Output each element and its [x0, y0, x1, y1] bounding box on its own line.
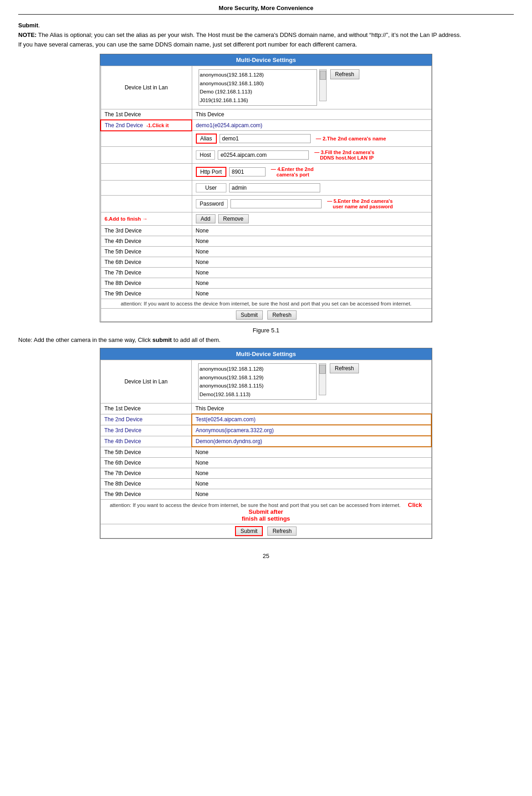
- attention-row-2: attention: If you want to access the dev…: [101, 500, 432, 524]
- fig2-device-row-1: The 1st Device This Device: [101, 403, 432, 414]
- password-row: Password — 5.Enter the 2nd camera's user…: [101, 196, 432, 212]
- fig2-device-row-5: The 5th Device None: [101, 447, 432, 458]
- fig2-device-2-value: Test(e0254.aipcam.com): [192, 414, 432, 425]
- device-row-4: The 4th Device None: [101, 236, 432, 247]
- note-text2: If you have several cameras, you can use…: [18, 41, 357, 48]
- user-spacer: [101, 181, 192, 196]
- fig2-lan-list-cell: anonymous(192.168.1.128) anonymous(192.1…: [192, 360, 432, 403]
- note2-text: Note: Add the other camera in the same w…: [18, 336, 514, 343]
- pass-spacer: [101, 196, 192, 212]
- fig2-lan-item-3: anonymous(192.168.1.115): [200, 382, 315, 390]
- fig2-device-1-value: This Device: [192, 403, 432, 414]
- figure1-wrapper: Multi-Device Settings Device List in Lan…: [100, 54, 432, 322]
- device-row-6: The 6th Device None: [101, 257, 432, 268]
- camera-port-annotation: — 4.Enter the 2nd camera's port: [271, 166, 314, 177]
- device-1-label: The 1st Device: [101, 109, 192, 120]
- fig2-refresh-button[interactable]: Refresh: [330, 363, 359, 373]
- note-label: NOTE:: [18, 31, 36, 38]
- device-row-8: The 8th Device None: [101, 278, 432, 289]
- fig2-device-1-label: The 1st Device: [101, 403, 192, 414]
- fig2-submit-row: Submit Refresh: [101, 524, 432, 538]
- http-port-input[interactable]: [229, 167, 266, 176]
- camera-name-annotation: — 2.The 2nd camera's name: [316, 136, 386, 141]
- device-row-3: The 3rd Device None: [101, 226, 432, 236]
- device-row-2: The 2nd Device -1.Click it demo1(e0254.a…: [101, 120, 432, 131]
- port-spacer: [101, 164, 192, 181]
- alias-input[interactable]: [220, 134, 311, 143]
- fig2-lan-list-box: anonymous(192.168.1.128) anonymous(192.1…: [198, 363, 317, 400]
- fig2-lan-item-2: anonymous(192.168.1.129): [200, 373, 315, 382]
- user-label: User: [196, 183, 226, 192]
- figure2-title: Multi-Device Settings: [100, 348, 432, 360]
- fig2-device-list-label: Device List in Lan: [101, 360, 192, 403]
- port-cell: Http Port — 4.Enter the 2nd camera's por…: [192, 164, 432, 181]
- attention-text-1: attention: If you want to access the dev…: [101, 299, 432, 309]
- device-row-9: The 9th Device None: [101, 289, 432, 299]
- click-it-annotation: -1.Click it: [146, 123, 169, 128]
- remove-button[interactable]: Remove: [218, 214, 249, 223]
- device-2-label: The 2nd Device -1.Click it: [101, 120, 192, 131]
- lan-list-cell: anonymous(192.168.1.128) anonymous(192.1…: [192, 66, 432, 109]
- device-row-1: The 1st Device This Device: [101, 109, 432, 120]
- lan-list-box: anonymous(192.168.1.128) anonymous(192.1…: [199, 69, 317, 106]
- note2-suffix: to add all of them.: [172, 336, 220, 343]
- page-number: 25: [18, 553, 514, 559]
- fig2-device-3-label: The 3rd Device: [101, 425, 192, 436]
- submit-button-1[interactable]: Submit: [236, 310, 263, 320]
- add-button[interactable]: Add: [196, 214, 215, 223]
- fig2-lan-scrollbar[interactable]: [319, 363, 326, 395]
- figure2-table-container: Multi-Device Settings Device List in Lan…: [100, 348, 432, 539]
- add-prefix-label: 6.Add to finish →: [105, 216, 148, 222]
- host-cell: Host — 3.Fill the 2nd camera's DDNS host…: [192, 147, 432, 164]
- figure1-device-table: Device List in Lan anonymous(192.168.1.1…: [100, 66, 432, 322]
- device-2-value: demo1(e0254.aipcam.com): [192, 120, 432, 131]
- fig2-device-2-label: The 2nd Device: [101, 414, 192, 425]
- lan-scrollbar[interactable]: [319, 69, 327, 101]
- add-prefix-cell: 6.Add to finish →: [101, 212, 192, 226]
- device-row-7: The 7th Device None: [101, 268, 432, 278]
- refresh-button-1b[interactable]: Refresh: [267, 310, 297, 320]
- fig2-lan-list-row: Device List in Lan anonymous(192.168.1.1…: [101, 360, 432, 403]
- user-input[interactable]: [229, 183, 320, 192]
- fig2-scrollbar-thumb: [319, 365, 326, 374]
- alias-spacer: [101, 131, 192, 147]
- note-text: The Alias is optional; you can set the a…: [38, 31, 461, 38]
- fig2-device-3-value: Anonymous(ipcamera.3322.org): [192, 425, 432, 436]
- figure2-device-table: Device List in Lan anonymous(192.168.1.1…: [100, 360, 432, 538]
- alias-row: Alias — 2.The 2nd camera's name: [101, 131, 432, 147]
- host-label: Host: [196, 150, 215, 160]
- lan-item-2: anonymous(192.168.1.180): [200, 79, 316, 88]
- fig2-device-row-8: The 8th Device None: [101, 479, 432, 489]
- password-label: Password: [196, 199, 228, 208]
- submit-row-1: Submit Refresh: [101, 309, 432, 322]
- user-pass-annotation: — 5.Enter the 2nd camera's user name and…: [327, 198, 393, 209]
- fig2-device-row-2: The 2nd Device Test(e0254.aipcam.com): [101, 414, 432, 425]
- host-row: Host — 3.Fill the 2nd camera's DDNS host…: [101, 147, 432, 164]
- header-title: More Security, More Convenience: [219, 5, 313, 11]
- fig2-device-row-6: The 6th Device None: [101, 458, 432, 468]
- figure2-wrapper: Multi-Device Settings Device List in Lan…: [100, 348, 432, 539]
- host-input[interactable]: [218, 150, 309, 160]
- fig2-lan-item-1: anonymous(192.168.1.128): [200, 365, 315, 373]
- click-submit-after-annotation: Click Submit afterfinish all settings: [242, 501, 422, 522]
- password-input[interactable]: [230, 199, 322, 208]
- device-1-value: This Device: [192, 109, 432, 120]
- fig2-submit-button[interactable]: Submit: [235, 526, 263, 536]
- attention-text-2: attention: If you want to access the dev…: [101, 500, 432, 524]
- lan-item-4: J019(192.168.1.136): [200, 96, 316, 104]
- add-remove-cell: Add Remove: [192, 212, 432, 226]
- add-remove-row: 6.Add to finish → Add Remove: [101, 212, 432, 226]
- fig2-lan-item-4: Demo(192.168.1.113): [200, 390, 315, 398]
- fig2-device-row-3: The 3rd Device Anonymous(ipcamera.3322.o…: [101, 425, 432, 436]
- refresh-button-1[interactable]: Refresh: [330, 69, 359, 79]
- user-cell: User: [192, 181, 432, 196]
- page-header: More Security, More Convenience: [18, 5, 514, 15]
- lan-item-1: anonymous(192.168.1.128): [200, 71, 316, 79]
- scrollbar-thumb: [320, 71, 326, 80]
- device-list-label: Device List in Lan: [101, 66, 192, 109]
- figure-caption-1: Figure 5.1: [18, 327, 514, 334]
- fig2-refresh-button-2[interactable]: Refresh: [267, 527, 297, 536]
- fig2-device-row-9: The 9th Device None: [101, 489, 432, 500]
- note2-prefix: Note: Add the other camera in the same w…: [18, 336, 153, 343]
- http-port-label: Http Port: [196, 167, 226, 177]
